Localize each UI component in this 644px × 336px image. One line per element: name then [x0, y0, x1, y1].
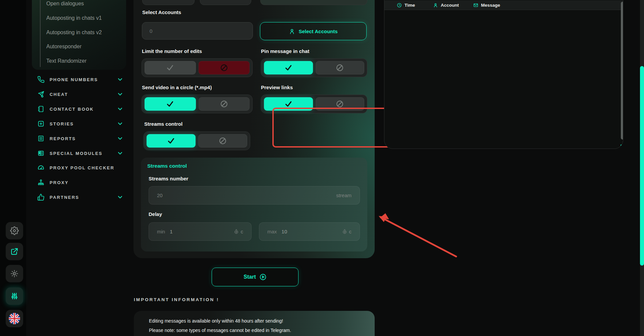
sliders-icon — [10, 292, 19, 300]
form-panel: Select Accounts 0 Select Accounts Limit … — [133, 0, 375, 258]
sidebar-section-proxy-pool-checker[interactable]: PROXY POOL CHECKER — [37, 163, 123, 172]
toggle-yes[interactable] — [147, 134, 196, 148]
sidebar-section-contact-book[interactable]: CONTACT BOOK — [37, 105, 123, 113]
resize-handle-icon[interactable] — [621, 145, 623, 149]
chevron-down-icon[interactable] — [117, 135, 123, 142]
toggle-limit-edits — [142, 58, 253, 77]
toggle-no[interactable] — [316, 61, 365, 74]
toggle-label-send-video: Send video in a circle (*.mp4) — [142, 85, 212, 90]
phone-icon — [37, 75, 45, 83]
chevron-down-icon[interactable] — [117, 150, 123, 157]
delay-label: Delay — [149, 211, 162, 217]
important-information-heading: IMPORTANT INFORMATION ! — [134, 297, 219, 302]
toggle-no[interactable] — [198, 134, 247, 148]
toggle-no[interactable] — [316, 97, 365, 111]
accounts-count-placeholder: 0 — [150, 28, 152, 34]
toggle-no[interactable] — [199, 61, 250, 74]
toggle-label-streams-control: Streams control — [144, 121, 182, 127]
select-accounts-button[interactable]: Select Accounts — [260, 22, 367, 40]
sidebar-section-proxy[interactable]: PROXY — [37, 178, 123, 187]
streams-number-label: Streams number — [149, 176, 188, 181]
delay-min-prefix: min — [157, 229, 165, 234]
toggle-pin-message — [261, 58, 367, 77]
section-label: REPORTS — [50, 136, 76, 141]
gauge-icon — [37, 164, 45, 172]
chevron-down-icon[interactable] — [117, 91, 123, 98]
cutoff-input-1[interactable] — [142, 0, 195, 5]
thumbs-up-icon — [37, 193, 45, 201]
toggle-label-preview-links: Preview links — [261, 85, 293, 90]
cutoff-input-3[interactable] — [260, 0, 367, 5]
external-link-button[interactable] — [6, 243, 23, 260]
user-icon — [289, 28, 295, 35]
toggle-label-pin-message: Pin message in chat — [261, 48, 309, 54]
delay-max-input[interactable]: max 10 c — [259, 222, 360, 241]
column-label: Message — [481, 3, 500, 8]
toggle-yes[interactable] — [264, 61, 313, 74]
toggle-preview-links — [261, 95, 367, 113]
stopwatch-icon — [234, 229, 239, 234]
page-scrollbar-thumb[interactable] — [640, 66, 644, 266]
annotation-arrow — [367, 206, 465, 263]
start-button-label: Start — [244, 274, 256, 280]
chevron-down-icon[interactable] — [117, 106, 123, 112]
sidebar-section-phone-numbers[interactable]: PHONE NUMBERS — [37, 75, 123, 84]
modules-icon — [37, 149, 45, 157]
sidebar-item-autoposting-v2[interactable]: Autoposting in chats v2 — [46, 29, 102, 36]
icon-rail — [0, 0, 26, 336]
sidebar-section-cheat[interactable]: CHEAT — [37, 90, 123, 99]
streams-panel-title: Streams control — [147, 163, 187, 169]
log-table-header: Time Account Message — [384, 0, 623, 10]
delay-min-input[interactable]: min 1 c — [149, 222, 252, 241]
chevron-down-icon[interactable] — [117, 76, 123, 83]
message-log-panel: Time Account Message — [384, 0, 623, 149]
column-header-message: Message — [473, 0, 500, 10]
sidebar-item-autoposting-v1[interactable]: Autoposting in chats v1 — [46, 14, 102, 22]
section-label: PROXY POOL CHECKER — [50, 165, 114, 170]
toggle-yes[interactable] — [145, 97, 196, 111]
delay-max-value: 10 — [281, 229, 287, 234]
plus-square-icon — [37, 120, 45, 128]
toggle-yes[interactable] — [264, 97, 313, 111]
filters-button[interactable] — [6, 287, 23, 305]
sidebar-section-reports[interactable]: REPORTS — [37, 134, 123, 143]
contact-book-icon — [37, 105, 45, 113]
sidebar-item-autoresponder[interactable]: Autoresponder — [46, 43, 82, 50]
chevron-down-icon[interactable] — [117, 120, 123, 127]
network-icon — [37, 178, 45, 186]
delay-max-prefix: max — [267, 229, 277, 234]
toggle-yes[interactable] — [145, 61, 196, 74]
accounts-count-input[interactable]: 0 — [142, 22, 253, 40]
toggle-no[interactable] — [199, 97, 250, 111]
gear-icon — [10, 226, 19, 235]
sidebar-item-text-randomizer[interactable]: Text Randomizer — [46, 57, 87, 65]
chevron-down-icon[interactable] — [117, 194, 123, 201]
theme-button[interactable] — [6, 265, 23, 282]
cutoff-input-2[interactable] — [200, 0, 251, 5]
toggle-label-limit-edits: Limit the number of edits — [142, 48, 202, 54]
log-scrollbar-thumb[interactable] — [621, 2, 623, 139]
language-button[interactable] — [6, 310, 23, 327]
sidebar-section-partners[interactable]: PARTNERS — [37, 193, 123, 202]
settings-button[interactable] — [6, 222, 23, 239]
column-label: Account — [441, 3, 459, 8]
uk-flag-icon — [9, 313, 20, 324]
sidebar-section-stories[interactable]: STORIES — [37, 119, 123, 128]
start-button[interactable]: Start — [212, 268, 299, 286]
report-icon — [37, 134, 45, 143]
play-icon — [259, 273, 267, 281]
delay-min-value: 1 — [170, 229, 172, 234]
toggle-streams-control — [144, 131, 250, 150]
sidebar-item-open-dialogues[interactable]: Open dialogues — [46, 0, 84, 7]
clock-icon — [397, 3, 402, 8]
column-header-time: Time — [397, 0, 415, 10]
section-label: PHONE NUMBERS — [50, 77, 98, 82]
column-label: Time — [405, 3, 415, 8]
sidebar-section-special-modules[interactable]: SPECIAL MODULES — [37, 149, 123, 158]
paper-plane-icon — [37, 90, 45, 98]
delay-min-suffix: c — [241, 229, 244, 234]
info-line: Please note: some types of messages cann… — [149, 328, 291, 333]
streams-number-input[interactable]: 20 stream — [149, 186, 360, 205]
streams-control-panel: Streams control Streams number 20 stream… — [141, 158, 367, 251]
important-information-panel: Editing messages is available only withi… — [134, 311, 375, 336]
